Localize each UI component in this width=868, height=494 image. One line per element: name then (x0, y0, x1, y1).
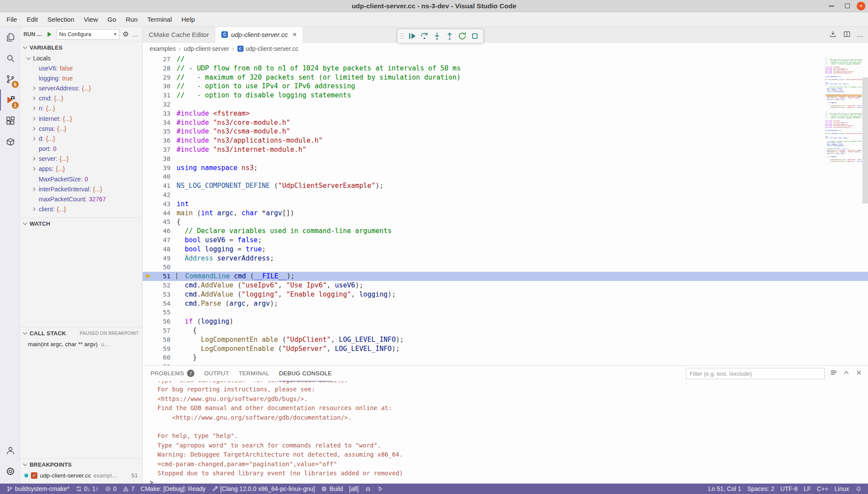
breakpoint-margin[interactable] (143, 217, 155, 227)
variable-row[interactable]: apps:{...} (20, 164, 142, 174)
code-line[interactable]: 30// - option to use IPv4 or IPv6 addres… (143, 82, 868, 91)
breakpoint-margin[interactable] (143, 64, 155, 73)
variable-row[interactable]: interPacketInterval:{...} (20, 184, 142, 194)
code-line[interactable]: 53 cmd.AddValue ("logging", "Enable logg… (143, 290, 868, 299)
variable-row[interactable]: client:{...} (20, 204, 142, 214)
breakpoint-margin[interactable] (143, 73, 155, 82)
variable-row[interactable]: serverAddress:{...} (20, 83, 142, 93)
step-over-button[interactable] (418, 30, 430, 42)
line-number[interactable]: 55 (155, 308, 170, 317)
variable-row[interactable]: MaxPacketSize:0 (20, 174, 142, 184)
variable-row[interactable]: cmd:{...} (20, 93, 142, 103)
code-line[interactable]: 35#include "ns3/csma-module.h" (143, 127, 868, 136)
code-line[interactable]: 49 Address serverAddress; (143, 254, 868, 263)
line-number[interactable]: 54 (155, 299, 170, 308)
line-number[interactable]: 43 (155, 200, 170, 209)
tab-cmake-cache-editor[interactable]: CMake Cache Editor (143, 27, 215, 42)
build-button[interactable]: Build (318, 484, 346, 494)
debug-settings-gear-icon[interactable]: ⚙ (123, 30, 129, 38)
errors-status[interactable]: 0 (102, 484, 120, 494)
watch-header[interactable]: WATCH (20, 218, 142, 229)
code-line[interactable]: 27// (143, 55, 868, 64)
breakpoint-margin[interactable] (143, 281, 155, 290)
code-line[interactable]: 38 (143, 154, 868, 164)
code-line[interactable]: 37#include "ns3/internet-module.h" (143, 145, 868, 154)
breakpoint-margin[interactable] (143, 317, 155, 326)
accounts-button[interactable] (0, 440, 20, 461)
breakpoint-margin[interactable] (143, 353, 155, 362)
line-number[interactable]: 39 (155, 164, 170, 173)
breadcrumb-item[interactable]: udp-client-server (184, 45, 229, 52)
line-number[interactable]: 32 (155, 100, 170, 109)
line-number[interactable]: 60 (155, 353, 170, 362)
variable-row[interactable]: useV6:false (20, 63, 142, 73)
panel-tab-terminal[interactable]: TERMINAL (239, 366, 270, 381)
breakpoint-margin[interactable] (143, 145, 155, 154)
breakpoint-margin[interactable] (143, 82, 155, 91)
line-number[interactable]: 34 (155, 118, 170, 127)
more-actions-icon[interactable]: … (132, 30, 139, 38)
line-number[interactable]: 48 (155, 245, 170, 254)
search-button[interactable] (0, 48, 20, 69)
line-number[interactable]: 40 (155, 172, 170, 181)
breakpoint-margin[interactable] (143, 136, 155, 145)
console-filter-input[interactable] (686, 368, 825, 379)
close-button[interactable]: × (857, 2, 865, 10)
debug-status[interactable] (362, 484, 374, 494)
breakpoint-margin[interactable] (143, 272, 155, 281)
close-panel-icon[interactable] (855, 369, 863, 378)
code-line[interactable]: 43int (143, 200, 868, 209)
notifications[interactable] (852, 484, 865, 494)
code-line[interactable]: 29// - maximum of 320 packets sent (or l… (143, 73, 868, 82)
line-number[interactable]: 50 (155, 263, 170, 272)
code-line[interactable]: 39using namespace ns3; (143, 164, 868, 173)
variable-row[interactable]: port:0 (20, 144, 142, 154)
code-line[interactable]: 50 (143, 263, 868, 272)
breakpoint-margin[interactable] (143, 254, 155, 263)
build-target[interactable]: [all] (346, 484, 362, 494)
editor-scrollbar[interactable] (862, 77, 868, 204)
breakpoint-margin[interactable] (143, 236, 155, 245)
line-number[interactable]: 33 (155, 109, 170, 118)
code-line[interactable]: 58 LogComponentEn able ("UdpClient", LOG… (143, 335, 868, 344)
line-number[interactable]: 51 (155, 272, 170, 281)
code-editor[interactable]: 27//28// - UDP flow from n0 to n1 of 102… (143, 55, 868, 365)
line-number[interactable]: 28 (155, 64, 170, 73)
code-line[interactable]: 41NS_LOG_COMPONENT_DEFINE ("UdpClientSer… (143, 181, 868, 190)
line-number[interactable]: 30 (155, 82, 170, 91)
call-stack-header[interactable]: CALL STACK PAUSED ON BREAKPOINT (20, 327, 142, 339)
code-line[interactable]: 51 CommandLine cmd (__FILE__); (143, 272, 868, 281)
line-number[interactable]: 27 (155, 55, 170, 64)
step-out-button[interactable] (444, 30, 455, 42)
language-mode[interactable]: C++ (814, 484, 831, 494)
code-line[interactable]: 36#include "ns3/applications-module.h" (143, 136, 868, 145)
breakpoint-margin[interactable] (143, 100, 155, 109)
variables-header[interactable]: VARIABLES (20, 42, 142, 53)
breadcrumb-item[interactable]: Cudp-client-server.cc (237, 45, 298, 52)
stop-button[interactable] (469, 30, 481, 42)
start-debug-icon[interactable] (45, 30, 53, 38)
cmake-status[interactable]: CMake: [Debug]: Ready (137, 484, 208, 494)
cursor-position[interactable]: Ln 51, Col 1 (705, 484, 744, 494)
code-line[interactable]: 61 (143, 362, 868, 365)
line-number[interactable]: 57 (155, 326, 170, 335)
variable-row[interactable]: n:{...} (20, 103, 142, 113)
variable-row[interactable]: server:{...} (20, 154, 142, 164)
line-number[interactable]: 29 (155, 73, 170, 82)
line-number[interactable]: 52 (155, 281, 170, 290)
line-number[interactable]: 35 (155, 127, 170, 136)
line-number[interactable]: 42 (155, 190, 170, 200)
line-number[interactable]: 59 (155, 344, 170, 354)
breakpoint-margin[interactable] (143, 127, 155, 136)
variable-row[interactable]: d:{...} (20, 134, 142, 144)
breakpoint-margin[interactable] (143, 209, 155, 218)
breakpoint-margin[interactable] (143, 181, 155, 190)
code-line[interactable]: 40 (143, 172, 868, 181)
source-control-button[interactable]: 6 (0, 69, 20, 90)
tab-udp-client-server-cc[interactable]: Cudp-client-server.cc× (215, 27, 303, 43)
line-number[interactable]: 37 (155, 145, 170, 154)
code-line[interactable]: 60 } (143, 353, 868, 362)
stack-frame[interactable]: main(int argc, char ** argv)u… (20, 339, 142, 349)
run-and-debug-button[interactable]: 1 (0, 90, 20, 110)
breakpoints-header[interactable]: BREAKPOINTS (20, 459, 142, 470)
